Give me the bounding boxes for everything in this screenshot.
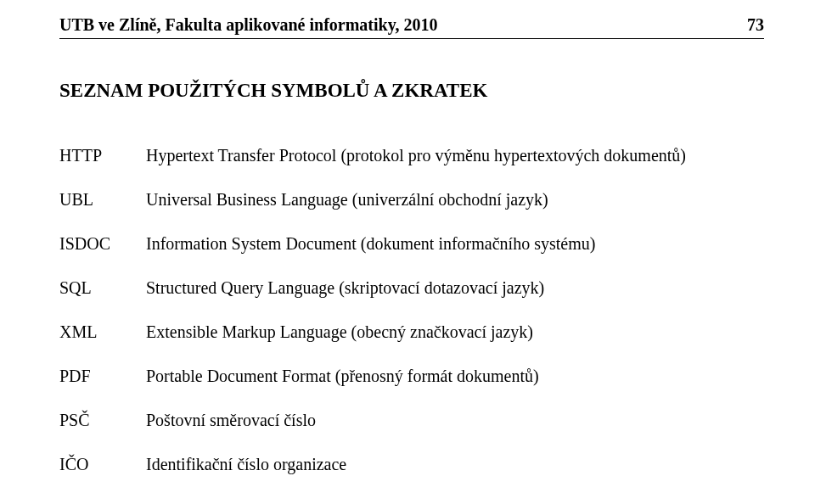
table-row: IČO Identifikační číslo organizace bbox=[59, 448, 686, 492]
table-row: UBL Universal Business Language (univerz… bbox=[59, 183, 686, 227]
table-row: XML Extensible Markup Language (obecný z… bbox=[59, 316, 686, 360]
abbr-cell: SQL bbox=[59, 272, 146, 316]
page-number: 73 bbox=[747, 15, 764, 35]
page-header: UTB ve Zlíně, Fakulta aplikované informa… bbox=[59, 15, 764, 39]
abbr-cell: HTTP bbox=[59, 139, 146, 183]
text-cell: Identifikační číslo organizace bbox=[146, 448, 686, 492]
definitions-table: HTTP Hypertext Transfer Protocol (protok… bbox=[59, 139, 686, 492]
table-row: ISDOC Information System Document (dokum… bbox=[59, 227, 686, 272]
table-row: PSČ Poštovní směrovací číslo bbox=[59, 404, 686, 448]
header-title: UTB ve Zlíně, Fakulta aplikované informa… bbox=[59, 15, 438, 35]
text-cell: Extensible Markup Language (obecný značk… bbox=[146, 316, 686, 360]
text-cell: Poštovní směrovací číslo bbox=[146, 404, 686, 448]
table-row: PDF Portable Document Format (přenosný f… bbox=[59, 360, 686, 404]
abbr-cell: XML bbox=[59, 316, 146, 360]
abbr-cell: ISDOC bbox=[59, 227, 146, 272]
abbr-cell: PDF bbox=[59, 360, 146, 404]
text-cell: Hypertext Transfer Protocol (protokol pr… bbox=[146, 139, 686, 183]
text-cell: Structured Query Language (skriptovací d… bbox=[146, 272, 686, 316]
text-cell: Portable Document Format (přenosný formá… bbox=[146, 360, 686, 404]
table-row: SQL Structured Query Language (skriptova… bbox=[59, 272, 686, 316]
abbr-cell: PSČ bbox=[59, 404, 146, 448]
abbr-cell: IČO bbox=[59, 448, 146, 492]
section-title: SEZNAM POUŽITÝCH SYMBOLŮ A ZKRATEK bbox=[59, 80, 764, 102]
table-row: HTTP Hypertext Transfer Protocol (protok… bbox=[59, 139, 686, 183]
text-cell: Information System Document (dokument in… bbox=[146, 227, 686, 272]
abbr-cell: UBL bbox=[59, 183, 146, 227]
text-cell: Universal Business Language (univerzální… bbox=[146, 183, 686, 227]
